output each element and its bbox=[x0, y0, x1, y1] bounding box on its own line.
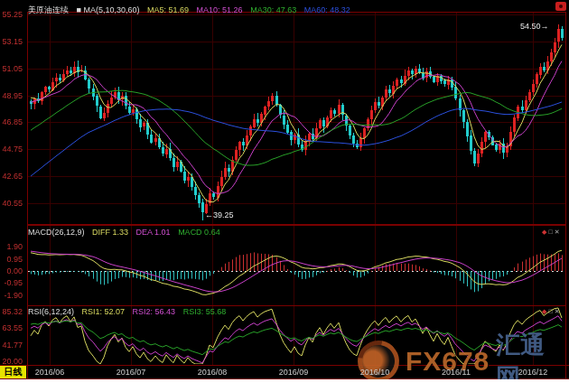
ma10-value: MA10: 51.26 bbox=[197, 5, 243, 14]
high-price-annotation: 54.50→ bbox=[520, 22, 549, 31]
rsi-tick-label: 85.32 bbox=[2, 308, 23, 316]
rsi-axis: 85.3263.5541.7720.00 bbox=[0, 0, 25, 379]
rsi-title: RSI(6,12,24) bbox=[28, 307, 74, 316]
rsi-close-icon[interactable]: ✕ bbox=[555, 308, 562, 314]
rsi-tick-label: 20.00 bbox=[2, 358, 23, 366]
legend-square-icon: ■ bbox=[77, 5, 81, 14]
symbol-name: 美原油连续 bbox=[28, 5, 69, 14]
ma5-value: MA5: 51.69 bbox=[147, 5, 189, 14]
month-tick-label: 2016/09 bbox=[279, 368, 309, 377]
month-tick-label: 2016/11 bbox=[442, 368, 471, 377]
rsi-tick-label: 63.55 bbox=[2, 324, 23, 332]
macd-header: MACD(26,12,9) DIFF 1.33 DEA 1.01 MACD 0.… bbox=[28, 228, 226, 237]
low-price-annotation: ←39.25 bbox=[205, 210, 234, 219]
rsi-header: RSI(6,12,24) RSI1: 52.07 RSI2: 56.43 RSI… bbox=[28, 307, 231, 316]
month-tick-label: 2016/10 bbox=[360, 368, 390, 377]
rsi2-value: RSI2: 56.43 bbox=[133, 307, 176, 316]
macd-diff-value: DIFF 1.33 bbox=[92, 228, 128, 237]
time-axis: 日线 2016/062016/072016/082016/092016/1020… bbox=[0, 366, 569, 378]
month-tick-label: 2016/12 bbox=[518, 368, 548, 377]
month-tick-label: 2016/06 bbox=[35, 368, 65, 377]
macd-dea-value: DEA 1.01 bbox=[136, 228, 171, 237]
rsi1-value: RSI1: 52.07 bbox=[82, 307, 126, 316]
main-chart-header: 美原油连续 ■ MA(5,10,30,60) MA5: 51.69 MA10: … bbox=[28, 5, 356, 14]
ma-settings-label: MA(5,10,30,60) bbox=[83, 5, 139, 14]
macd-close-icon[interactable]: ✕ bbox=[555, 229, 562, 235]
bottom-margin bbox=[0, 379, 569, 392]
rsi3-value: RSI3: 55.68 bbox=[183, 307, 227, 316]
month-tick-label: 2016/08 bbox=[198, 368, 228, 377]
ma60-value: MA60: 48.32 bbox=[304, 5, 350, 14]
chart-canvas[interactable] bbox=[0, 0, 569, 379]
chart-application-window: 美原油连续 ■ MA(5,10,30,60) MA5: 51.69 MA10: … bbox=[0, 0, 569, 392]
ma30-value: MA30: 47.63 bbox=[250, 5, 296, 14]
rsi-tick-label: 41.77 bbox=[2, 341, 23, 350]
macd-panel-controls: ◆□✕ bbox=[542, 229, 562, 236]
period-selector[interactable]: 日线 bbox=[0, 366, 26, 378]
macd-title: MACD(26,12,9) bbox=[28, 228, 85, 237]
rsi-panel-controls: ◆□✕ bbox=[542, 308, 562, 315]
month-tick-label: 2016/07 bbox=[117, 368, 146, 377]
macd-value: MACD 0.64 bbox=[178, 228, 220, 237]
notification-icon[interactable] bbox=[555, 2, 566, 11]
